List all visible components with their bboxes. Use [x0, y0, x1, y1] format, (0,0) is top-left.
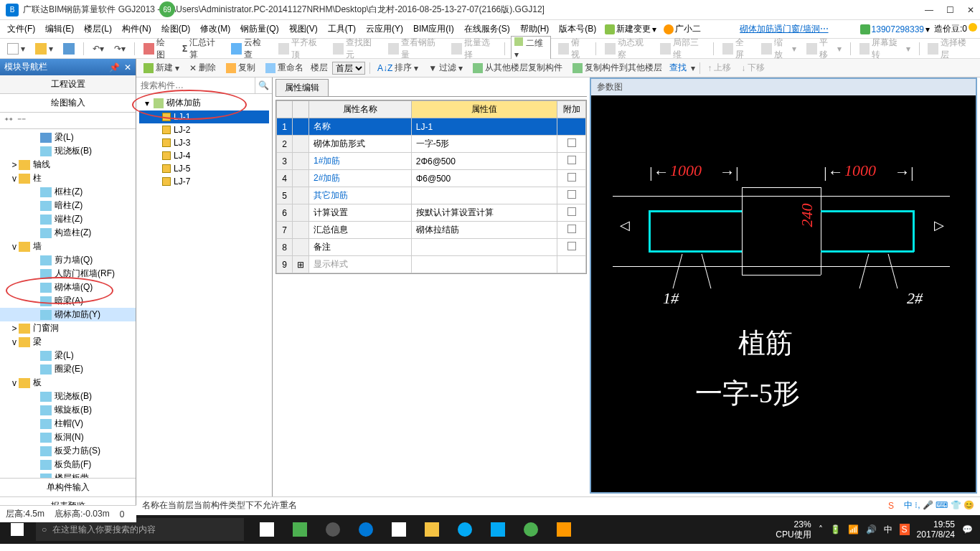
dynamic-view-button[interactable]: 动态观察: [602, 35, 653, 62]
sort-button[interactable]: A↓Z 排序 ▾: [374, 60, 421, 75]
menu-file[interactable]: 文件(F): [3, 22, 39, 37]
view-dim-select[interactable]: 二维 ▾: [511, 36, 551, 61]
tree-item[interactable]: 柱帽(V): [0, 417, 136, 430]
diagram-canvas[interactable]: |← 1000 →| |← 1000 →|: [591, 95, 976, 492]
task-view-button[interactable]: [251, 515, 283, 544]
tree-item[interactable]: 砌体加筋(Y): [0, 308, 136, 321]
status-ime[interactable]: 中 ⁝, 🎤 ⌨ 👕 😊: [904, 499, 974, 512]
batch-select-button[interactable]: 批量选择: [448, 35, 499, 62]
tree-item[interactable]: 砌体墙(Q): [0, 281, 136, 294]
taskbar-app[interactable]: [317, 515, 349, 544]
tree-item[interactable]: 圈梁(E): [0, 362, 136, 376]
list-item[interactable]: LJ-3: [139, 136, 269, 149]
table-row[interactable]: 7汇总信息砌体拉结筋: [277, 222, 586, 239]
floor-select[interactable]: 首层: [332, 62, 365, 75]
cloud-check-button[interactable]: 云检查: [228, 35, 270, 62]
fullscreen-button[interactable]: 全屏: [720, 35, 754, 62]
copy-to-floor-button[interactable]: 复制构件到其他楼层: [570, 60, 665, 75]
expand-all-icon[interactable]: ⁺⁺: [4, 116, 13, 126]
menu-floor[interactable]: 楼层(L): [80, 22, 116, 37]
pan-button[interactable]: 平移 ▾: [804, 35, 844, 62]
table-row[interactable]: 6计算设置按默认计算设置计算: [277, 204, 586, 222]
search-input[interactable]: [136, 77, 255, 93]
tree-item[interactable]: v柱: [0, 171, 136, 185]
taskbar-app[interactable]: [515, 515, 547, 544]
component-tree[interactable]: 梁(L)现浇板(B)>轴线v柱框柱(Z)暗柱(Z)端柱(Z)构造柱(Z)v墙剪力…: [0, 129, 136, 478]
sogou-icon[interactable]: S: [888, 501, 894, 511]
zoom-button[interactable]: 缩放 ▾: [758, 35, 799, 62]
taskbar-app[interactable]: [482, 515, 514, 544]
clock[interactable]: 19:552017/8/24: [917, 519, 955, 540]
property-table[interactable]: 属性名称 属性值 附加 1名称LJ-12砌体加筋形式一字-5形31#加筋2Φ6@…: [275, 100, 587, 274]
tray-battery-icon[interactable]: 🔋: [830, 524, 841, 534]
tree-item[interactable]: 螺旋板(B): [0, 403, 136, 417]
tree-item[interactable]: 暗梁(A): [0, 294, 136, 308]
tree-item[interactable]: v墙: [0, 240, 136, 253]
list-item[interactable]: LJ-1: [139, 110, 269, 123]
tree-item[interactable]: >轴线: [0, 158, 136, 171]
view-steel-button[interactable]: 查看钢筋量: [385, 35, 444, 62]
tray-wifi-icon[interactable]: 📶: [848, 524, 859, 534]
tray-up-icon[interactable]: ˄: [819, 524, 823, 534]
menu-edit[interactable]: 编辑(E): [41, 22, 78, 37]
copy-from-floor-button[interactable]: 从其他楼层复制构件: [470, 60, 565, 75]
redo-button[interactable]: ↷▾: [111, 42, 128, 55]
new-component-button[interactable]: 新建 ▾: [141, 60, 182, 75]
maximize-button[interactable]: ☐: [946, 5, 954, 15]
rename-component-button[interactable]: 重命名: [263, 60, 306, 75]
select-floor-button[interactable]: 选择楼层: [925, 35, 976, 62]
phone-label[interactable]: 13907298339 ▾: [857, 23, 933, 36]
list-item[interactable]: LJ-2: [139, 123, 269, 136]
bird-view-button[interactable]: 俯视: [555, 35, 590, 62]
notification-badge[interactable]: 69: [159, 1, 175, 17]
search-button[interactable]: 🔍: [255, 77, 272, 93]
close-button[interactable]: ✕: [967, 5, 974, 15]
nav-close-icon[interactable]: ✕: [124, 62, 131, 72]
save-button[interactable]: [60, 42, 77, 56]
tray-ime[interactable]: 中: [884, 524, 892, 536]
taskbar-app[interactable]: [449, 515, 481, 544]
taskbar-edge[interactable]: [350, 515, 382, 544]
list-item[interactable]: LJ-7: [139, 175, 269, 188]
property-tab[interactable]: 属性编辑: [275, 79, 329, 96]
taskbar-app[interactable]: [548, 515, 580, 544]
local-3d-button[interactable]: 局部三维: [657, 35, 708, 62]
tree-item[interactable]: 剪力墙(Q): [0, 253, 136, 267]
list-item[interactable]: LJ-5: [139, 162, 269, 175]
tree-item[interactable]: 人防门框墙(RF): [0, 267, 136, 281]
screen-rotate-button[interactable]: 屏幕旋转 ▾: [857, 35, 913, 62]
table-row[interactable]: 5其它加筋: [277, 187, 586, 204]
tree-item[interactable]: 构造柱(Z): [0, 226, 136, 240]
tree-item[interactable]: 暗柱(Z): [0, 199, 136, 212]
collapse-all-icon[interactable]: ⁻⁻: [17, 116, 26, 126]
delete-component-button[interactable]: ✕ 删除: [187, 60, 219, 75]
undo-button[interactable]: ↶▾: [90, 42, 107, 55]
help-link[interactable]: 砌体加筋遇门窗/墙洞⋯: [735, 23, 832, 35]
tree-item[interactable]: 梁(L): [0, 131, 136, 144]
move-up-button[interactable]: ↑ 上移: [705, 60, 734, 75]
single-component-input-button[interactable]: 单构件输入: [0, 478, 136, 496]
tree-item[interactable]: 楼层板带: [0, 471, 136, 478]
pin-icon[interactable]: 📌: [109, 62, 120, 72]
table-row[interactable]: 2砌体加筋形式一字-5形: [277, 136, 586, 153]
new-button[interactable]: ▾: [4, 42, 28, 56]
tree-item[interactable]: 板洞(N): [0, 430, 136, 444]
tree-item[interactable]: v板: [0, 376, 136, 390]
move-down-button[interactable]: ↓ 下移: [738, 60, 768, 75]
table-row[interactable]: 31#加筋2Φ6@500: [277, 153, 586, 170]
filter-button[interactable]: ▼ 过滤 ▾: [425, 60, 466, 75]
minimize-button[interactable]: —: [925, 5, 933, 15]
tray-volume-icon[interactable]: 🔊: [866, 524, 877, 534]
project-settings-button[interactable]: 工程设置: [0, 75, 136, 94]
draw-button[interactable]: 绘图: [141, 35, 175, 62]
draw-input-button[interactable]: 绘图输入: [0, 94, 136, 113]
tree-item[interactable]: v梁: [0, 335, 136, 349]
list-root[interactable]: ▾砌体加筋: [139, 95, 269, 110]
open-button[interactable]: ▾: [32, 42, 56, 56]
tree-item[interactable]: >门窗洞: [0, 321, 136, 335]
tray-sogou-icon[interactable]: S: [900, 524, 910, 535]
find-link[interactable]: 查找: [669, 62, 687, 74]
table-row[interactable]: 8备注: [277, 239, 586, 256]
tray-notifications-icon[interactable]: 💬: [962, 524, 973, 534]
menu-help[interactable]: 帮助(H): [516, 22, 554, 37]
